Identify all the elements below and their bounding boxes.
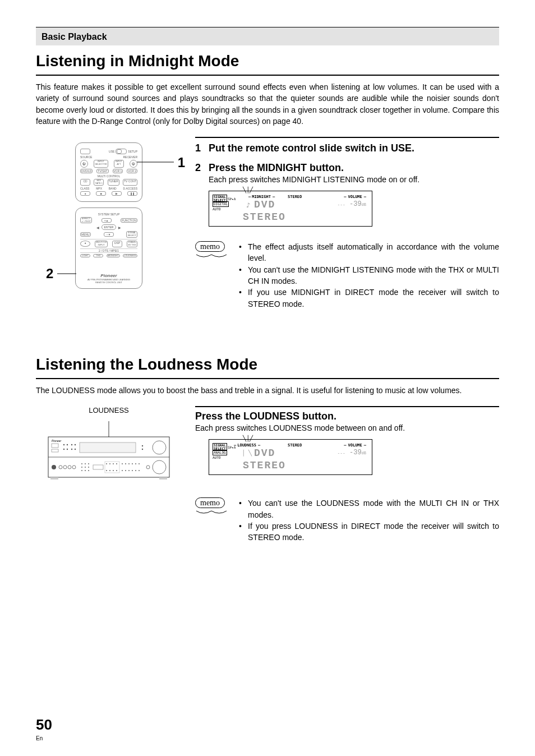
remote-figure: 1 2 USE SETUP <box>36 142 182 289</box>
music-note-icon: ♪ <box>246 201 250 209</box>
section-header: Basic Playback <box>36 27 499 45</box>
memo-list: •The effect adjusts itself automatically… <box>239 241 499 310</box>
callout-1: 1 <box>178 155 185 170</box>
svg-point-44 <box>125 463 126 464</box>
svg-text:Pioneer: Pioneer <box>52 439 62 442</box>
intro-loudness: The LOUDNESS mode allows you to boost th… <box>36 385 499 396</box>
svg-point-47 <box>135 463 136 464</box>
remote-multi-label: MULTI CONTROL <box>80 174 137 178</box>
svg-point-33 <box>88 470 89 471</box>
svg-point-12 <box>71 444 72 445</box>
remote-btn: MD/ TAPE 1 <box>94 179 104 186</box>
svg-point-29 <box>85 467 86 468</box>
svg-point-30 <box>88 467 89 468</box>
power-icon: ⏻ <box>80 160 88 168</box>
step-subtext: Each press switches LOUDNESS mode betwee… <box>195 423 499 432</box>
remote-lower: SYSTEM SETUP EFFECT +/–/TEST +▲ FUNCTION… <box>75 208 142 289</box>
antenna-icon: ╲│╱ <box>243 435 253 441</box>
diagram-label: LOUDNESS <box>36 406 182 414</box>
svg-point-54 <box>139 470 140 471</box>
step-title-2: Press the MIDNIGHT button. <box>209 162 344 174</box>
memo-badge: memo <box>195 241 225 252</box>
svg-point-18 <box>142 449 143 450</box>
lcd-display-loudness: ╲│╱ SIGNAL SELECT SP▸A ANALOG AUTO —LOUD… <box>209 439 372 475</box>
manual-page: Basic Playback Listening in Midnight Mod… <box>0 0 535 756</box>
svg-point-41 <box>113 470 114 471</box>
power-icon: ⏻ <box>130 160 137 168</box>
svg-point-20 <box>52 465 56 469</box>
svg-point-11 <box>67 449 68 450</box>
remote-btn: TV/SAT <box>96 169 108 173</box>
svg-rect-58 <box>50 477 58 480</box>
svg-point-53 <box>135 470 136 471</box>
remote-use-label: USE <box>109 150 114 153</box>
svg-point-9 <box>67 444 68 445</box>
remote-btn: VCR 2 <box>127 169 137 173</box>
svg-point-14 <box>71 449 72 450</box>
memo-list: •You can't use the LOUDNESS mode with th… <box>239 497 499 543</box>
step-number: 2 <box>195 162 203 174</box>
svg-point-31 <box>81 470 82 471</box>
remote-btn: TUNER <box>108 179 119 186</box>
svg-point-48 <box>139 463 140 464</box>
heading-loudness: Listening the Loudness Mode <box>36 349 499 379</box>
page-lang: En <box>36 735 43 741</box>
receiver-figure: Pioneer <box>47 421 170 483</box>
svg-point-37 <box>113 463 114 464</box>
svg-point-40 <box>109 470 110 471</box>
svg-point-43 <box>122 463 123 464</box>
svg-point-27 <box>88 463 89 464</box>
svg-point-38 <box>116 463 117 464</box>
svg-point-32 <box>85 470 86 471</box>
remote-upper: USE SETUP SOURCE RECEIVER ⏻ <box>75 142 142 202</box>
step-subtext: Each press switches MIDNIGHT LISTENING m… <box>209 175 499 184</box>
intro-midnight: This feature makes it possible to get ex… <box>36 81 499 127</box>
remote-btn: TV CONT <box>123 179 137 186</box>
svg-point-56 <box>153 460 166 474</box>
remote-receiver-label: RECEIVER <box>123 155 137 159</box>
svg-point-51 <box>128 470 130 471</box>
lcd-display-midnight: ╲│╱ SIGNAL SELECT SP▸A DIGITAL AUTO —MID… <box>209 191 372 227</box>
remote-setup-label: SETUP <box>128 150 137 153</box>
svg-point-15 <box>75 449 76 450</box>
svg-point-25 <box>81 463 82 464</box>
remote-source-label: SOURCE <box>80 155 92 159</box>
remote-btn: VCR 1 <box>113 169 123 173</box>
svg-point-26 <box>85 463 86 464</box>
svg-rect-16 <box>80 442 136 453</box>
svg-rect-59 <box>159 477 167 480</box>
remote-btn: DVD/LD <box>80 169 93 173</box>
svg-point-39 <box>106 470 107 471</box>
step-number: 1 <box>195 142 203 154</box>
svg-point-46 <box>132 463 133 464</box>
memo-underline-icon <box>195 510 228 517</box>
callout-2: 2 <box>46 266 53 282</box>
svg-point-50 <box>125 470 126 471</box>
svg-point-17 <box>142 445 143 446</box>
svg-point-19 <box>153 441 166 454</box>
svg-point-42 <box>116 470 117 471</box>
remote-btn: CD <box>80 179 90 186</box>
page-number: 50 <box>36 716 52 734</box>
svg-point-13 <box>75 444 76 445</box>
step-title-1: Put the remote control slide switch in U… <box>209 142 414 154</box>
memo-badge: memo <box>195 497 225 508</box>
svg-point-49 <box>122 470 123 471</box>
svg-point-52 <box>132 470 133 471</box>
antenna-icon: ╲│╱ <box>243 187 253 193</box>
step-title-loudness: Press the LOUDNESS button. <box>195 411 499 422</box>
svg-point-28 <box>81 467 82 468</box>
heading-midnight: Listening in Midnight Mode <box>36 45 499 76</box>
svg-point-10 <box>63 449 64 450</box>
svg-point-45 <box>128 463 130 464</box>
svg-point-35 <box>106 463 107 464</box>
memo-underline-icon <box>195 253 228 260</box>
svg-point-8 <box>63 444 64 445</box>
svg-point-36 <box>109 463 110 464</box>
